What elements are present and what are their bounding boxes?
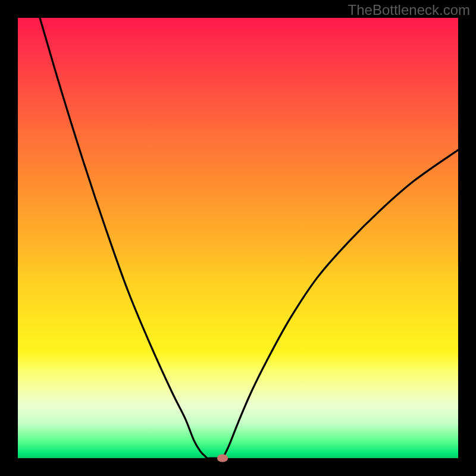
bottleneck-curve [18,18,458,458]
watermark-text: TheBottleneck.com [348,2,470,18]
optimal-point-marker [217,455,228,462]
chart-frame: TheBottleneck.com [0,0,476,476]
